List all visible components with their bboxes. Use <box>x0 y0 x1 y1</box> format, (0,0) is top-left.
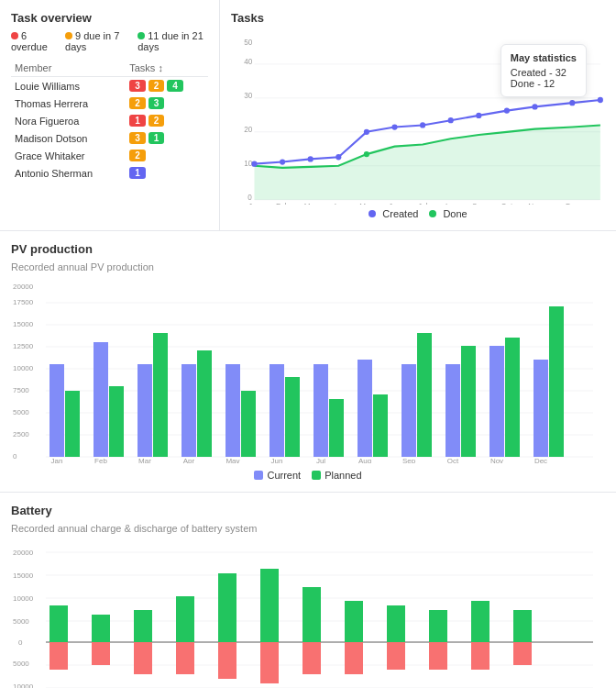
done-legend-label: Done <box>443 208 467 219</box>
pv-bar <box>182 364 196 457</box>
battery-out-bar <box>176 642 194 674</box>
member-name: Antonio Sherman <box>11 164 126 182</box>
battery-chart-svg: 20000 15000 10000 5000 0 5000 10000 1500… <box>11 541 598 688</box>
svg-text:0: 0 <box>18 638 23 647</box>
svg-text:Nov: Nov <box>490 457 503 463</box>
member-name: Madison Dotson <box>11 129 126 147</box>
table-row: Nora Figueroa12 <box>11 112 208 129</box>
current-color <box>254 471 263 480</box>
svg-point-15 <box>336 154 341 160</box>
battery-title: Battery <box>11 504 605 517</box>
battery-in-bar <box>302 587 321 642</box>
task-table: Member Tasks ↕ Louie Williams324Thomas H… <box>11 60 208 182</box>
task-badges: 31 <box>126 129 208 147</box>
overdue-legend: 6 overdue <box>11 30 54 52</box>
svg-text:10: 10 <box>244 159 252 168</box>
svg-text:Mar: Mar <box>304 202 317 205</box>
created-legend-dot <box>368 210 376 217</box>
svg-text:0: 0 <box>248 193 252 202</box>
svg-text:15000: 15000 <box>13 571 34 580</box>
svg-point-23 <box>569 100 575 105</box>
svg-text:50: 50 <box>244 38 252 47</box>
svg-text:Apr: Apr <box>333 202 345 205</box>
pv-bar <box>94 342 108 457</box>
svg-text:Jan: Jan <box>51 457 63 463</box>
svg-text:20000: 20000 <box>13 283 34 291</box>
svg-point-22 <box>532 104 537 109</box>
svg-text:Mar: Mar <box>138 457 151 463</box>
pv-chart-svg: 0 2500 5000 7500 10000 12500 15000 17500… <box>11 280 598 463</box>
current-label: Current <box>267 470 301 481</box>
pv-bar <box>402 364 416 457</box>
battery-out-bar <box>513 642 532 665</box>
svg-point-16 <box>364 129 369 135</box>
svg-text:40: 40 <box>244 57 252 66</box>
svg-text:20: 20 <box>244 125 252 134</box>
member-header: Member <box>11 60 126 77</box>
current-legend: Current <box>254 470 301 481</box>
svg-point-19 <box>448 117 454 123</box>
task-badges: 12 <box>126 112 208 129</box>
svg-text:Feb: Feb <box>94 457 107 463</box>
svg-text:15000: 15000 <box>13 320 34 328</box>
svg-text:Jun: Jun <box>389 202 402 205</box>
battery-in-bar <box>134 610 152 642</box>
svg-text:10000: 10000 <box>13 682 34 688</box>
svg-text:Dec: Dec <box>566 202 579 205</box>
task-badge: 2 <box>129 150 146 161</box>
svg-text:Jul: Jul <box>316 457 325 463</box>
svg-text:5000: 5000 <box>13 617 29 626</box>
svg-text:May: May <box>359 202 374 205</box>
battery-in-bar <box>513 610 532 642</box>
pv-bar <box>197 350 212 457</box>
pv-bar <box>461 346 476 457</box>
pv-bar <box>534 360 548 457</box>
battery-out-bar <box>471 642 490 670</box>
task-badge: 2 <box>129 97 146 109</box>
svg-text:Dec: Dec <box>534 457 547 463</box>
tasks-header: Tasks ↕ <box>126 60 208 77</box>
battery-in-bar <box>471 601 490 642</box>
battery-in-bar <box>429 610 447 642</box>
pv-bar <box>138 364 152 457</box>
svg-text:Jan: Jan <box>248 202 261 205</box>
pv-bar <box>65 391 80 457</box>
pv-bar <box>358 360 372 457</box>
tasks-legend: Created Done <box>231 208 605 219</box>
pv-subtitle: Recorded annual PV production <box>11 261 605 272</box>
tasks-chart-title: Tasks <box>231 11 605 25</box>
battery-in-bar <box>387 605 405 642</box>
battery-in-bar <box>260 569 279 642</box>
svg-text:5000: 5000 <box>13 408 29 416</box>
svg-text:30: 30 <box>244 91 252 100</box>
battery-in-bar <box>50 605 68 642</box>
task-badge: 3 <box>129 132 146 144</box>
planned-legend: Planned <box>312 470 361 481</box>
pv-bar <box>241 391 256 457</box>
task-badges: 23 <box>126 94 208 112</box>
svg-point-25 <box>364 151 369 157</box>
battery-out-bar <box>302 642 321 674</box>
battery-out-bar <box>429 642 447 670</box>
member-name: Thomas Herrera <box>11 94 126 112</box>
battery-out-bar <box>345 642 363 674</box>
task-badge: 1 <box>129 167 146 179</box>
svg-point-20 <box>476 113 481 118</box>
svg-text:17500: 17500 <box>13 298 34 306</box>
pv-bar <box>329 399 344 457</box>
battery-out-bar <box>387 642 405 670</box>
svg-text:Oct: Oct <box>447 457 459 463</box>
pv-bar <box>50 364 64 457</box>
svg-text:10000: 10000 <box>13 364 34 372</box>
svg-marker-11 <box>255 125 600 199</box>
battery-subtitle: Recorded annual charge & discharge of ba… <box>11 523 605 534</box>
battery-out-bar <box>218 642 236 679</box>
task-badge: 3 <box>148 97 165 109</box>
svg-text:Sep: Sep <box>402 457 416 463</box>
pv-bar <box>417 333 432 457</box>
pv-bar <box>226 364 240 457</box>
svg-text:0: 0 <box>13 452 17 461</box>
svg-point-12 <box>251 161 257 167</box>
svg-point-24 <box>598 97 603 103</box>
svg-text:20000: 20000 <box>13 549 34 557</box>
